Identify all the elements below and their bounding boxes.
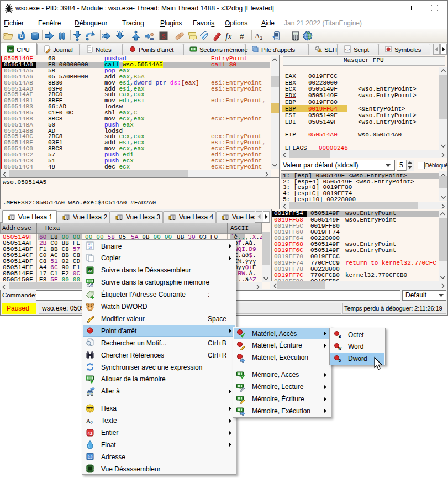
svg-text:B: B — [339, 334, 341, 338]
svg-text:<>: <> — [345, 48, 350, 51]
svg-text:#: # — [240, 32, 244, 41]
svg-text:D: D — [339, 359, 341, 363]
svg-text:2: 2 — [91, 421, 93, 426]
svg-text:!: ! — [319, 49, 320, 52]
svg-text:10: 10 — [88, 246, 92, 249]
svg-text:2: 2 — [260, 35, 263, 41]
svg-text:fx: fx — [225, 31, 232, 41]
svg-text:S: S — [161, 32, 165, 40]
svg-text:@: @ — [87, 454, 92, 460]
svg-text:32: 32 — [9, 48, 13, 51]
svg-text:42: 42 — [88, 430, 93, 435]
svg-text:32: 32 — [88, 269, 92, 272]
svg-text:W: W — [338, 346, 342, 350]
svg-text:A: A — [255, 31, 260, 40]
svg-text:A: A — [86, 417, 91, 424]
svg-text:@: @ — [90, 283, 93, 287]
